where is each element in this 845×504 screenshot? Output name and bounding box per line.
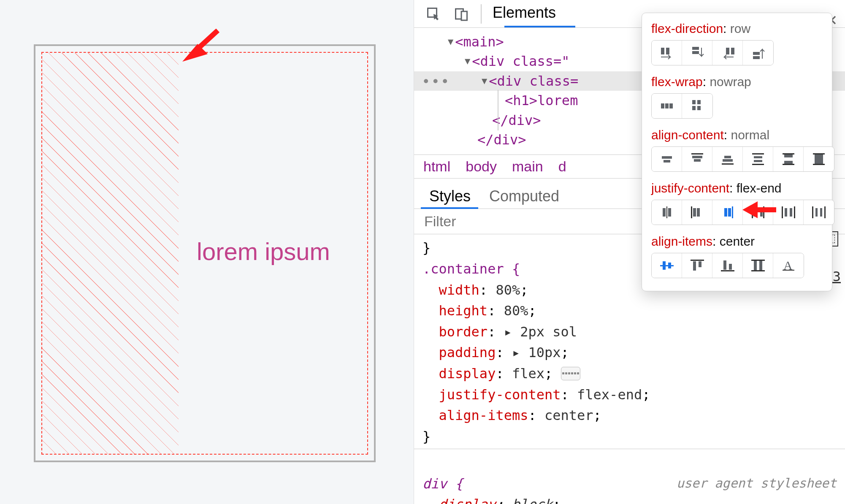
svg-rect-35	[783, 164, 794, 165]
svg-rect-10	[731, 48, 734, 54]
tab-styles[interactable]: Styles	[429, 187, 471, 205]
svg-rect-54	[790, 208, 792, 217]
popup-key: flex-direction	[651, 22, 723, 35]
popup-key: align-content	[651, 128, 724, 142]
css-val[interactable]: block	[512, 496, 552, 504]
svg-rect-46	[728, 208, 731, 217]
css-val[interactable]: center	[544, 407, 593, 423]
align-items-options: A	[651, 253, 804, 278]
align-items-baseline-icon[interactable]: A	[773, 253, 804, 278]
svg-rect-62	[660, 265, 674, 266]
popup-val: flex-end	[737, 181, 782, 195]
css-val[interactable]: flex	[512, 366, 544, 382]
inspect-element-icon[interactable]	[425, 5, 442, 22]
svg-rect-31	[752, 164, 764, 165]
css-prop[interactable]: display	[439, 366, 496, 382]
svg-rect-71	[751, 260, 765, 261]
css-selector[interactable]: div {	[422, 476, 463, 492]
flex-wrap-wrap-icon[interactable]	[682, 94, 712, 118]
overflow-dots-icon[interactable]: •••	[422, 71, 450, 92]
svg-rect-58	[820, 208, 822, 217]
breadcrumb-item[interactable]: d	[558, 158, 566, 175]
svg-rect-25	[724, 156, 731, 158]
tab-elements[interactable]: Elements	[493, 4, 556, 24]
css-brace: }	[422, 428, 431, 444]
breadcrumb-item[interactable]: body	[466, 158, 497, 175]
css-val[interactable]: ▸ 10px	[512, 344, 561, 360]
align-content-center-icon[interactable]	[652, 147, 682, 171]
inspector-highlight: lorem ipsum	[41, 52, 368, 455]
popup-val: row	[730, 22, 750, 35]
css-val[interactable]: flex-end	[577, 387, 642, 403]
breadcrumb-item[interactable]: html	[423, 158, 450, 175]
css-prop[interactable]: display	[439, 496, 496, 504]
flex-editor-chip-icon[interactable]	[561, 367, 580, 380]
popup-val: center	[720, 234, 755, 248]
svg-rect-18	[692, 106, 696, 110]
svg-rect-39	[663, 208, 666, 217]
flex-wrap-options	[651, 93, 713, 119]
dom-node[interactable]: </div>	[492, 112, 541, 128]
align-items-center-icon[interactable]	[652, 253, 682, 278]
justify-content-center-icon[interactable]	[652, 200, 682, 225]
tab-computed[interactable]: Computed	[489, 187, 559, 205]
css-prop[interactable]: justify-content	[439, 387, 561, 403]
flex-direction-row-icon[interactable]	[652, 41, 682, 65]
dom-node-selected[interactable]: <div class=	[489, 73, 578, 89]
svg-rect-36	[813, 153, 825, 154]
svg-rect-44	[697, 208, 700, 217]
align-content-space-between-icon[interactable]	[773, 147, 804, 171]
css-val[interactable]: 80%	[496, 282, 520, 298]
align-content-start-icon[interactable]	[682, 147, 712, 171]
css-prop[interactable]: width	[439, 282, 479, 298]
css-prop[interactable]: padding	[439, 344, 496, 360]
svg-rect-29	[754, 156, 762, 158]
align-items-start-icon[interactable]	[682, 253, 712, 278]
justify-content-space-evenly-icon[interactable]	[804, 200, 834, 225]
svg-rect-53	[785, 208, 787, 217]
device-toggle-icon[interactable]	[453, 5, 470, 22]
dom-node[interactable]: </div>	[477, 132, 526, 148]
svg-rect-11	[753, 52, 760, 55]
align-items-stretch-icon[interactable]	[743, 253, 773, 278]
annotation-arrow-icon	[740, 195, 778, 225]
align-content-end-icon[interactable]	[712, 147, 743, 171]
svg-rect-13	[661, 103, 664, 108]
css-val[interactable]: 80%	[504, 303, 528, 319]
breadcrumb-item[interactable]: main	[512, 158, 543, 175]
svg-rect-42	[691, 206, 692, 218]
svg-rect-47	[732, 206, 733, 218]
svg-rect-7	[692, 47, 699, 50]
flex-wrap-nowrap-icon[interactable]	[652, 94, 682, 118]
align-content-stretch-icon[interactable]	[804, 147, 834, 171]
align-items-end-icon[interactable]	[712, 253, 743, 278]
svg-rect-9	[726, 48, 729, 54]
svg-rect-27	[722, 163, 734, 165]
dom-node[interactable]: <div class="	[472, 53, 569, 69]
css-rule-div-uas[interactable]: div {user agent stylesheet display: bloc…	[414, 449, 845, 504]
align-content-space-around-icon[interactable]	[743, 147, 773, 171]
heading-text: lorem ipsum	[197, 237, 330, 266]
svg-rect-70	[721, 270, 734, 271]
svg-rect-6	[666, 48, 669, 54]
svg-rect-24	[694, 159, 701, 162]
dom-node[interactable]: <main>	[455, 34, 504, 50]
justify-content-end-icon[interactable]	[712, 200, 743, 225]
svg-rect-8	[692, 51, 699, 54]
css-val[interactable]: ▸ 2px sol	[504, 324, 577, 340]
justify-content-start-icon[interactable]	[682, 200, 712, 225]
tab-underline	[504, 26, 575, 27]
css-prop[interactable]: height	[439, 303, 488, 319]
flex-direction-column-icon[interactable]	[682, 41, 712, 65]
svg-rect-63	[663, 261, 666, 270]
popup-key: flex-wrap	[651, 75, 703, 89]
flex-direction-row-reverse-icon[interactable]	[712, 41, 743, 65]
svg-rect-33	[784, 154, 793, 157]
svg-rect-45	[724, 208, 727, 217]
flex-direction-column-reverse-icon[interactable]	[743, 41, 773, 65]
css-prop[interactable]: border	[439, 324, 488, 340]
dom-node[interactable]: <h1>lorem	[505, 92, 578, 108]
svg-rect-30	[754, 160, 762, 162]
css-prop[interactable]: align-items	[439, 407, 528, 423]
css-selector[interactable]: .container {	[422, 261, 520, 277]
